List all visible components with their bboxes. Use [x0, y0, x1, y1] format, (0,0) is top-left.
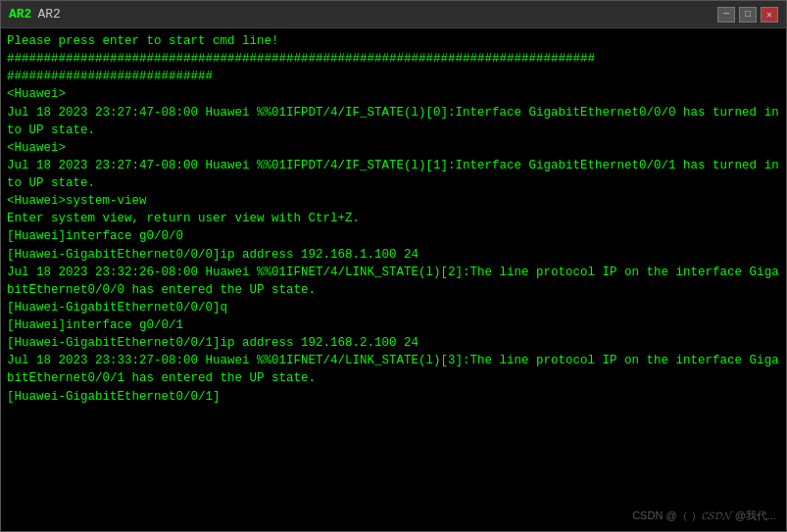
minimize-button[interactable]: ─: [717, 7, 735, 23]
maximize-button[interactable]: □: [739, 7, 757, 23]
window-title: AR2: [37, 7, 717, 22]
terminal-body[interactable]: Please press enter to start cmd line! ##…: [1, 28, 786, 531]
window-icon: AR2: [9, 7, 31, 22]
title-bar: AR2 AR2 ─ □ ✕: [1, 1, 786, 28]
terminal-output: Please press enter to start cmd line! ##…: [7, 32, 780, 406]
terminal-window: AR2 AR2 ─ □ ✕ Please press enter to star…: [0, 0, 787, 532]
window-controls: ─ □ ✕: [717, 7, 778, 23]
close-button[interactable]: ✕: [761, 7, 778, 23]
watermark: CSDN @（ ）𝓒𝓢𝓓𝓝 @我代...: [632, 508, 776, 523]
